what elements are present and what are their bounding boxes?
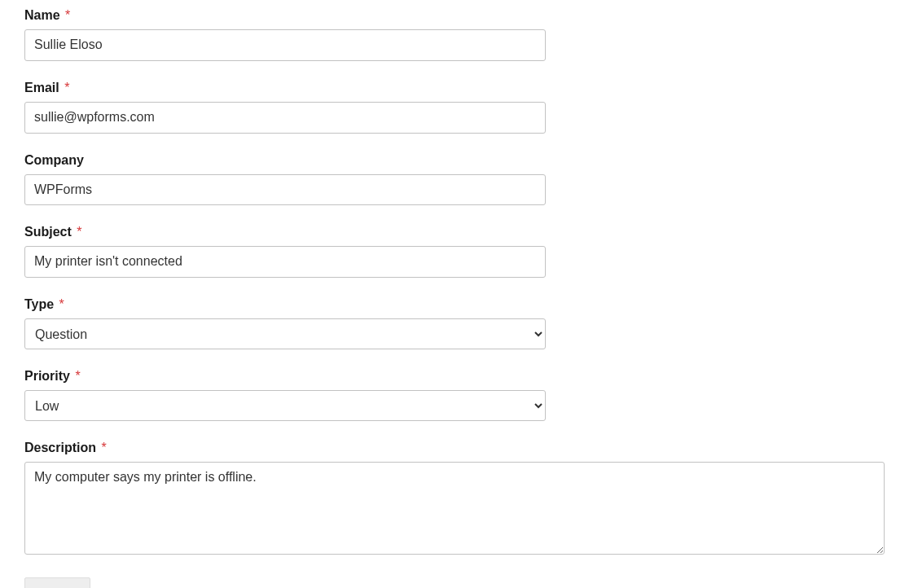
label-text: Subject <box>24 225 72 239</box>
required-marker: * <box>65 8 70 22</box>
type-label: Type * <box>24 297 546 312</box>
type-field-wrapper: Type * Question <box>24 297 546 349</box>
required-marker: * <box>75 369 80 383</box>
description-textarea[interactable] <box>24 462 885 555</box>
priority-label: Priority * <box>24 369 546 384</box>
required-marker: * <box>77 225 81 239</box>
submit-button[interactable]: Submit <box>24 577 90 588</box>
required-marker: * <box>59 297 64 311</box>
email-label: Email * <box>24 81 546 95</box>
support-form: Name * Email * Company Subject * Type * … <box>24 8 885 588</box>
required-marker: * <box>101 441 106 454</box>
priority-field-wrapper: Priority * Low <box>24 369 546 421</box>
name-field-wrapper: Name * <box>24 8 546 61</box>
subject-input[interactable] <box>24 246 546 278</box>
email-input[interactable] <box>24 102 546 134</box>
label-text: Company <box>24 153 84 167</box>
label-text: Type <box>24 297 54 311</box>
company-field-wrapper: Company <box>24 153 546 206</box>
label-text: Priority <box>24 369 70 383</box>
email-field-wrapper: Email * <box>24 81 546 134</box>
name-label: Name * <box>24 8 546 23</box>
required-marker: * <box>64 81 69 94</box>
label-text: Email <box>24 81 59 94</box>
description-field-wrapper: Description * <box>24 441 885 558</box>
subject-field-wrapper: Subject * <box>24 225 546 278</box>
subject-label: Subject * <box>24 225 546 239</box>
type-select[interactable]: Question <box>24 318 546 349</box>
company-label: Company <box>24 153 546 168</box>
label-text: Description <box>24 441 96 454</box>
description-label: Description * <box>24 441 885 455</box>
label-text: Name <box>24 8 60 22</box>
priority-select[interactable]: Low <box>24 390 546 421</box>
name-input[interactable] <box>24 29 546 61</box>
company-input[interactable] <box>24 174 546 206</box>
